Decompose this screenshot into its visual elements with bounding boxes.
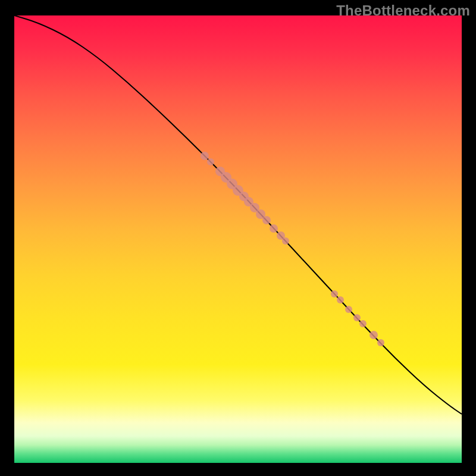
trend-curve [14,15,462,414]
chart-frame: TheBottleneck.com [0,0,476,476]
data-point [331,290,338,298]
data-point [270,224,278,233]
data-point [262,216,271,224]
data-point [353,314,361,321]
overlay-svg [14,15,462,463]
data-point [337,296,344,303]
data-point [359,320,367,327]
data-point [377,339,384,346]
data-point [201,152,209,160]
data-point [207,158,214,165]
data-point [345,306,352,313]
data-point [282,237,289,245]
data-point [369,331,378,339]
plot-area [14,15,462,463]
